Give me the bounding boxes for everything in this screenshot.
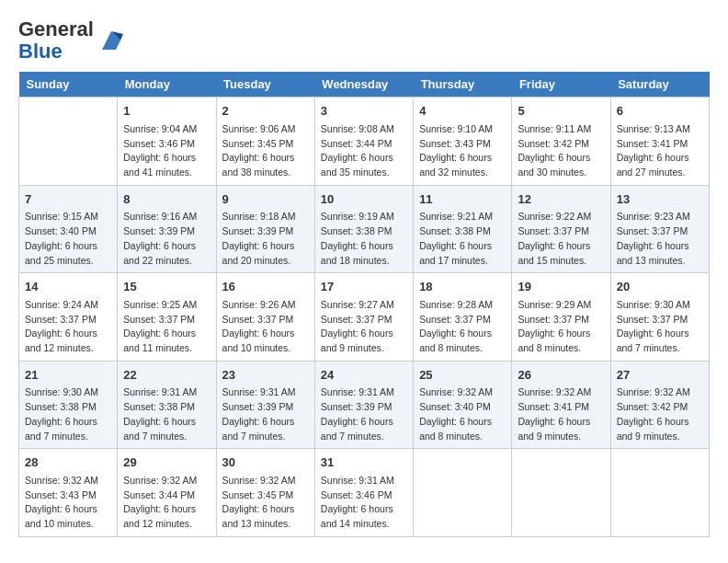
day-info: Sunrise: 9:32 AMSunset: 3:42 PMDaylight:… — [617, 385, 703, 443]
day-info: Sunrise: 9:15 AMSunset: 3:40 PMDaylight:… — [25, 210, 111, 268]
day-number: 16 — [222, 278, 309, 296]
day-number: 30 — [222, 454, 309, 472]
day-number: 9 — [222, 190, 309, 209]
page-header: General Blue — [18, 18, 710, 63]
day-info: Sunrise: 9:29 AMSunset: 3:37 PMDaylight:… — [518, 298, 604, 356]
calendar-cell: 25Sunrise: 9:32 AMSunset: 3:40 PMDayligh… — [414, 361, 512, 449]
day-number: 27 — [617, 366, 703, 385]
calendar-cell: 27Sunrise: 9:32 AMSunset: 3:42 PMDayligh… — [610, 361, 709, 449]
calendar-cell — [610, 449, 709, 537]
calendar-cell: 5Sunrise: 9:11 AMSunset: 3:42 PMDaylight… — [512, 98, 610, 186]
day-info: Sunrise: 9:11 AMSunset: 3:42 PMDaylight:… — [518, 122, 604, 180]
day-info: Sunrise: 9:26 AMSunset: 3:37 PMDaylight:… — [222, 298, 309, 356]
day-number: 13 — [617, 190, 703, 209]
col-header-monday: Monday — [118, 72, 216, 98]
day-info: Sunrise: 9:27 AMSunset: 3:37 PMDaylight:… — [321, 298, 407, 356]
day-info: Sunrise: 9:28 AMSunset: 3:37 PMDaylight:… — [419, 298, 506, 356]
calendar-cell — [414, 449, 512, 537]
day-info: Sunrise: 9:04 AMSunset: 3:46 PMDaylight:… — [123, 122, 210, 180]
calendar-cell — [19, 98, 118, 186]
calendar-cell: 6Sunrise: 9:13 AMSunset: 3:41 PMDaylight… — [610, 98, 709, 186]
week-row-1: 1Sunrise: 9:04 AMSunset: 3:46 PMDaylight… — [19, 98, 710, 186]
calendar-cell: 8Sunrise: 9:16 AMSunset: 3:39 PMDaylight… — [118, 185, 216, 273]
day-number: 7 — [25, 190, 111, 209]
day-info: Sunrise: 9:31 AMSunset: 3:46 PMDaylight:… — [321, 474, 407, 532]
day-number: 20 — [617, 278, 703, 296]
calendar-cell: 3Sunrise: 9:08 AMSunset: 3:44 PMDaylight… — [314, 98, 413, 186]
calendar-cell: 7Sunrise: 9:15 AMSunset: 3:40 PMDaylight… — [19, 185, 118, 273]
calendar-cell: 4Sunrise: 9:10 AMSunset: 3:43 PMDaylight… — [414, 98, 512, 186]
col-header-tuesday: Tuesday — [216, 72, 314, 98]
day-number: 19 — [518, 278, 604, 296]
day-info: Sunrise: 9:32 AMSunset: 3:45 PMDaylight:… — [222, 474, 309, 532]
calendar-cell: 11Sunrise: 9:21 AMSunset: 3:38 PMDayligh… — [414, 185, 512, 273]
calendar-body: 1Sunrise: 9:04 AMSunset: 3:46 PMDaylight… — [19, 98, 710, 537]
day-info: Sunrise: 9:32 AMSunset: 3:44 PMDaylight:… — [123, 474, 210, 532]
col-header-friday: Friday — [512, 72, 610, 98]
week-row-2: 7Sunrise: 9:15 AMSunset: 3:40 PMDaylight… — [19, 185, 710, 273]
calendar-cell: 12Sunrise: 9:22 AMSunset: 3:37 PMDayligh… — [512, 185, 610, 273]
calendar-cell: 14Sunrise: 9:24 AMSunset: 3:37 PMDayligh… — [19, 273, 118, 362]
day-number: 5 — [518, 102, 604, 121]
day-info: Sunrise: 9:24 AMSunset: 3:37 PMDaylight:… — [25, 298, 111, 356]
week-row-4: 21Sunrise: 9:30 AMSunset: 3:38 PMDayligh… — [19, 361, 710, 449]
col-header-sunday: Sunday — [19, 72, 118, 98]
day-number: 21 — [25, 366, 111, 385]
calendar-cell: 15Sunrise: 9:25 AMSunset: 3:37 PMDayligh… — [118, 273, 216, 362]
calendar-cell: 17Sunrise: 9:27 AMSunset: 3:37 PMDayligh… — [314, 273, 413, 362]
day-info: Sunrise: 9:31 AMSunset: 3:39 PMDaylight:… — [321, 385, 407, 443]
calendar-cell: 31Sunrise: 9:31 AMSunset: 3:46 PMDayligh… — [314, 449, 413, 537]
day-info: Sunrise: 9:25 AMSunset: 3:37 PMDaylight:… — [123, 298, 210, 356]
calendar-cell: 30Sunrise: 9:32 AMSunset: 3:45 PMDayligh… — [216, 449, 314, 537]
calendar-cell: 9Sunrise: 9:18 AMSunset: 3:39 PMDaylight… — [216, 185, 314, 273]
calendar-cell: 18Sunrise: 9:28 AMSunset: 3:37 PMDayligh… — [414, 273, 512, 362]
calendar-header-row: SundayMondayTuesdayWednesdayThursdayFrid… — [19, 72, 710, 98]
calendar-cell: 13Sunrise: 9:23 AMSunset: 3:37 PMDayligh… — [610, 185, 709, 273]
logo-icon — [97, 27, 125, 54]
day-number: 17 — [321, 278, 407, 296]
day-number: 18 — [419, 278, 506, 296]
day-number: 3 — [321, 102, 407, 121]
day-number: 24 — [321, 366, 407, 385]
calendar-cell: 2Sunrise: 9:06 AMSunset: 3:45 PMDaylight… — [216, 98, 314, 186]
week-row-5: 28Sunrise: 9:32 AMSunset: 3:43 PMDayligh… — [19, 449, 710, 537]
day-number: 22 — [123, 366, 210, 385]
calendar-cell: 28Sunrise: 9:32 AMSunset: 3:43 PMDayligh… — [19, 449, 118, 537]
day-number: 8 — [123, 190, 210, 209]
col-header-thursday: Thursday — [414, 72, 512, 98]
day-info: Sunrise: 9:31 AMSunset: 3:38 PMDaylight:… — [123, 385, 210, 443]
calendar-cell: 23Sunrise: 9:31 AMSunset: 3:39 PMDayligh… — [216, 361, 314, 449]
calendar-cell: 26Sunrise: 9:32 AMSunset: 3:41 PMDayligh… — [512, 361, 610, 449]
day-number: 29 — [123, 454, 210, 472]
calendar-cell: 16Sunrise: 9:26 AMSunset: 3:37 PMDayligh… — [216, 273, 314, 362]
day-info: Sunrise: 9:31 AMSunset: 3:39 PMDaylight:… — [222, 385, 309, 443]
calendar-cell — [512, 449, 610, 537]
calendar-cell: 10Sunrise: 9:19 AMSunset: 3:38 PMDayligh… — [314, 185, 413, 273]
logo-general: General — [18, 17, 94, 40]
day-info: Sunrise: 9:23 AMSunset: 3:37 PMDaylight:… — [617, 210, 703, 268]
calendar-cell: 22Sunrise: 9:31 AMSunset: 3:38 PMDayligh… — [118, 361, 216, 449]
calendar-cell: 24Sunrise: 9:31 AMSunset: 3:39 PMDayligh… — [314, 361, 413, 449]
day-number: 12 — [518, 190, 604, 209]
day-info: Sunrise: 9:32 AMSunset: 3:43 PMDaylight:… — [25, 474, 111, 532]
col-header-saturday: Saturday — [610, 72, 709, 98]
day-info: Sunrise: 9:06 AMSunset: 3:45 PMDaylight:… — [222, 122, 309, 180]
day-info: Sunrise: 9:22 AMSunset: 3:37 PMDaylight:… — [518, 210, 604, 268]
day-number: 14 — [25, 278, 111, 296]
day-number: 11 — [419, 190, 506, 209]
calendar-cell: 19Sunrise: 9:29 AMSunset: 3:37 PMDayligh… — [512, 273, 610, 362]
day-info: Sunrise: 9:32 AMSunset: 3:41 PMDaylight:… — [518, 385, 604, 443]
day-info: Sunrise: 9:30 AMSunset: 3:37 PMDaylight:… — [617, 298, 703, 356]
day-info: Sunrise: 9:30 AMSunset: 3:38 PMDaylight:… — [25, 385, 111, 443]
day-number: 28 — [25, 454, 111, 472]
day-number: 31 — [321, 454, 407, 472]
calendar-cell: 20Sunrise: 9:30 AMSunset: 3:37 PMDayligh… — [610, 273, 709, 362]
day-number: 26 — [518, 366, 604, 385]
day-number: 1 — [123, 102, 210, 121]
day-info: Sunrise: 9:10 AMSunset: 3:43 PMDaylight:… — [419, 122, 506, 180]
logo-blue: Blue — [18, 40, 63, 63]
day-number: 15 — [123, 278, 210, 296]
col-header-wednesday: Wednesday — [314, 72, 413, 98]
week-row-3: 14Sunrise: 9:24 AMSunset: 3:37 PMDayligh… — [19, 273, 710, 362]
logo: General Blue — [18, 18, 125, 63]
